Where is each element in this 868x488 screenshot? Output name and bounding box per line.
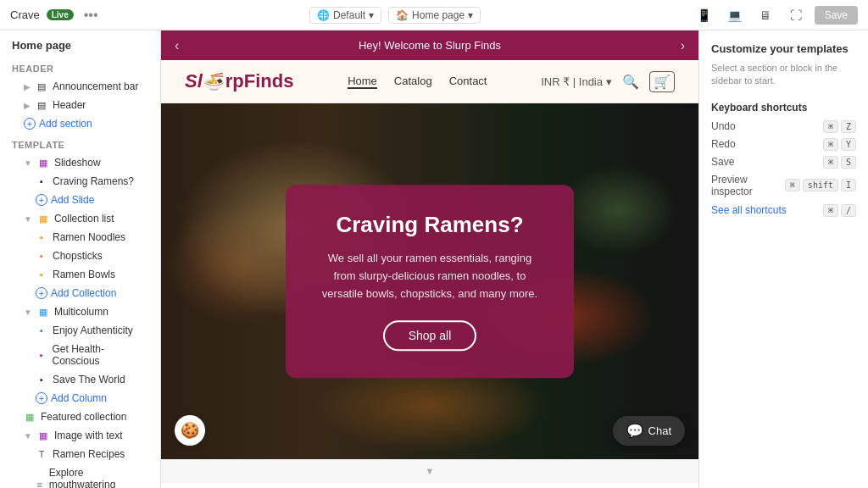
expand-arrow: ▼ (24, 214, 32, 224)
header-section-label: Header (0, 57, 160, 77)
key-shift: shift (803, 179, 838, 191)
mobile-view-button[interactable]: 📱 (693, 3, 716, 27)
sidebar-item-label: Save The World (53, 374, 125, 385)
chat-label: Chat (648, 424, 671, 437)
shortcut-redo-label: Redo (711, 138, 736, 150)
store-header: Sl🍜rpFinds Home Catalog Contact INR ₹ | … (161, 60, 698, 103)
sidebar-item-craving-ramens[interactable]: ▪ Craving Ramens? (0, 172, 160, 191)
nav-catalog[interactable]: Catalog (394, 75, 432, 89)
key-i: I (841, 179, 856, 191)
add-column-label: Add Column (51, 392, 107, 404)
sidebar-item-collection-list[interactable]: ▼ ▦ Collection list (0, 209, 160, 228)
announcement-bar-icon: ▤ (36, 80, 47, 92)
announcement-prev-button[interactable]: ‹ (175, 38, 179, 53)
column-item-icon: ▪ (36, 324, 47, 336)
save-button[interactable]: Save (815, 6, 858, 25)
panel-description: Select a section or block in the sidebar… (711, 62, 856, 88)
page-title: Home page (0, 30, 160, 57)
announcement-bar: ‹ Hey! Welcome to Slurp Finds › (161, 30, 698, 60)
add-collection-button[interactable]: + Add Collection (0, 284, 160, 302)
announcement-next-button[interactable]: › (681, 38, 685, 53)
shortcut-redo-keys: ⌘ Y (823, 138, 856, 151)
multicolumn-icon: ▦ (37, 306, 49, 318)
expand-arrow: ▼ (24, 308, 32, 317)
chat-button[interactable]: 💬 Chat (613, 416, 685, 446)
sidebar-item-slideshow[interactable]: ▼ ▦ Slideshow (0, 153, 160, 172)
sidebar-item-label: Featured collection (41, 411, 126, 423)
add-circle-icon: + (36, 287, 47, 299)
add-circle-icon: + (24, 118, 36, 130)
sidebar-item-header[interactable]: ▶ ▤ Header (0, 96, 160, 114)
shortcut-see-all-keys: ⌘ / (823, 204, 856, 217)
search-icon[interactable]: 🔍 (622, 74, 639, 90)
sidebar-item-ramen-noodles[interactable]: ▪ Ramen Noodles (0, 228, 160, 247)
sidebar-item-label: Slideshow (54, 157, 101, 169)
main-layout: Home page Header ▶ ▤ Announcement bar ▶ … (0, 0, 868, 488)
sidebar-item-chopsticks[interactable]: ▪ Chopsticks (0, 247, 160, 265)
sidebar-item-ramen-bowls[interactable]: ▪ Ramen Bowls (0, 265, 160, 284)
preview-frame: ‹ Hey! Welcome to Slurp Finds › Sl🍜rpFin… (161, 30, 698, 488)
key-slash: / (841, 204, 856, 217)
sidebar-item-label: Enjoy Authenticity (53, 324, 133, 336)
scroll-hint: ▼ (161, 459, 698, 483)
homepage-selector[interactable]: 🏠 Home page ▾ (388, 7, 481, 24)
sidebar-item-label: Ramen Bowls (53, 269, 115, 280)
collection-item-icon: ▪ (36, 231, 47, 243)
add-slide-button[interactable]: + Add Slide (0, 191, 160, 209)
currency-text: INR ₹ | India (541, 75, 603, 88)
default-selector[interactable]: 🌐 Default ▾ (309, 7, 381, 24)
see-all-shortcuts: See all shortcuts ⌘ / (711, 204, 856, 217)
logo-bowl-icon: 🍜 (203, 72, 225, 91)
key-cmd: ⌘ (823, 120, 838, 133)
header-icon: ▤ (36, 99, 47, 111)
featured-icon: ▦ (24, 411, 36, 423)
sidebar-item-ramen-recipes[interactable]: T Ramen Recipes (0, 445, 160, 463)
sidebar-item-label: Chopsticks (53, 250, 103, 262)
sidebar-item-announcement-bar[interactable]: ▶ ▤ Announcement bar (0, 77, 160, 96)
sidebar-item-label: Get Health-Conscious (53, 343, 148, 367)
top-bar: Crave Live ••• 🌐 Default ▾ 🏠 Home page ▾… (0, 0, 868, 30)
logo-rpfinds: rpFinds (225, 70, 294, 92)
currency-selector[interactable]: INR ₹ | India ▾ (541, 75, 612, 88)
sidebar-item-explore-ramen[interactable]: ≡ Explore mouthwatering ramen... (0, 463, 160, 488)
top-bar-right: 📱 💻 🖥 ⛶ Save (693, 3, 858, 27)
add-section-button-header[interactable]: + Add section (0, 114, 160, 133)
shortcut-undo-keys: ⌘ Z (823, 120, 856, 133)
see-all-shortcuts-link[interactable]: See all shortcuts (711, 204, 787, 216)
add-column-button[interactable]: + Add Column (0, 389, 160, 408)
shortcut-undo-label: Undo (711, 120, 736, 132)
sidebar-item-enjoy-authenticity[interactable]: ▪ Enjoy Authenticity (0, 321, 160, 340)
key-cmd: ⌘ (823, 156, 838, 169)
chevron-down-icon: ▾ (606, 75, 612, 88)
logo-text: Sl🍜rpFinds (185, 70, 293, 92)
add-section-label: Add section (39, 118, 92, 130)
shortcut-redo: Redo ⌘ Y (711, 138, 856, 151)
sidebar-item-save-world[interactable]: ▪ Save The World (0, 370, 160, 389)
key-z: Z (841, 120, 856, 133)
nav-home[interactable]: Home (348, 75, 377, 89)
shortcut-save: Save ⌘ S (711, 156, 856, 169)
more-options-button[interactable]: ••• (84, 8, 98, 23)
desktop-view-button[interactable]: 🖥 (754, 3, 777, 27)
shortcuts-section: Keyboard shortcuts Undo ⌘ Z Redo ⌘ Y Sav… (711, 102, 856, 217)
sidebar-item-featured-collection[interactable]: ▦ Featured collection (0, 408, 160, 426)
nav-contact[interactable]: Contact (449, 75, 487, 89)
sidebar-item-multicolumn[interactable]: ▼ ▦ Multicolumn (0, 302, 160, 321)
expand-view-button[interactable]: ⛶ (784, 3, 808, 27)
sidebar-item-image-with-text[interactable]: ▼ ▦ Image with text (0, 426, 160, 445)
shop-all-button[interactable]: Shop all (383, 320, 477, 351)
store-logo: Sl🍜rpFinds (185, 70, 293, 92)
expand-arrow: ▶ (24, 101, 31, 110)
tablet-view-button[interactable]: 💻 (723, 3, 747, 27)
cookie-consent-button[interactable]: 🍪 (175, 415, 205, 446)
slideshow-icon: ▦ (37, 157, 49, 169)
collection-icon: ▦ (37, 213, 49, 225)
cart-icon[interactable]: 🛒 (649, 71, 675, 92)
sidebar-item-label: Image with text (54, 430, 123, 441)
hero-description: We sell all your ramen essentials, rangi… (316, 250, 543, 302)
sidebar-item-get-health[interactable]: ▪ Get Health-Conscious (0, 340, 160, 370)
text-icon: T (36, 448, 47, 460)
explore-icon: ≡ (36, 479, 44, 488)
sidebar-item-label: Explore mouthwatering ramen... (49, 467, 148, 488)
sidebar-item-label: Announcement bar (53, 80, 138, 92)
